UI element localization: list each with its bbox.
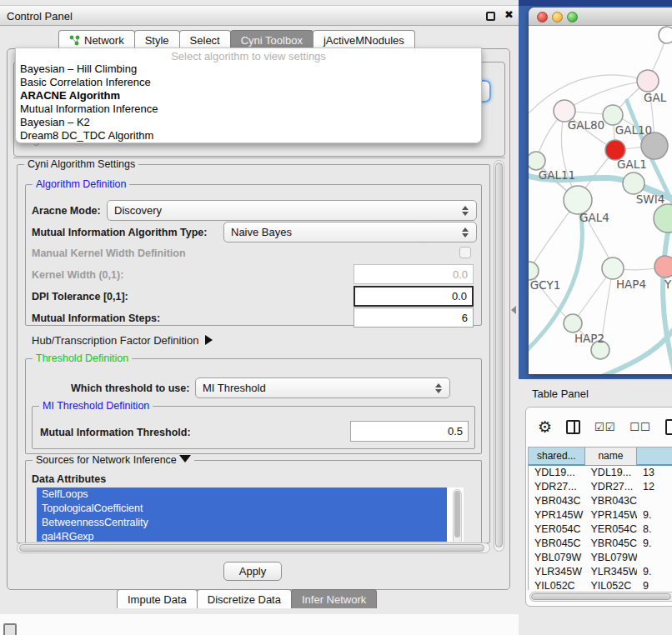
network-node-swi4[interactable] xyxy=(623,172,644,194)
dropdown-item[interactable]: Bayesian – Hill Climbing xyxy=(16,62,481,76)
table-cell: 9. xyxy=(637,565,672,579)
table-cell: YBL079W xyxy=(585,551,638,565)
tab-infer-network[interactable]: Infer Network xyxy=(291,589,377,608)
gear-icon[interactable]: ⚙ xyxy=(538,418,552,437)
network-node-gcy1[interactable] xyxy=(529,262,539,280)
table-row[interactable]: YDL19...YDL19...13 xyxy=(529,466,672,480)
table-panel-title: Table Panel xyxy=(532,388,589,400)
zoom-traffic-light-icon[interactable] xyxy=(567,12,578,22)
tab-style[interactable]: Style xyxy=(134,30,180,49)
minimize-traffic-light-icon[interactable] xyxy=(552,12,563,22)
tab-label: Infer Network xyxy=(302,591,366,608)
which-threshold-label: Which threshold to use: xyxy=(71,382,189,394)
network-node-y[interactable] xyxy=(654,256,672,278)
collapsed-arrow-icon[interactable] xyxy=(205,335,213,345)
close-panel-icon[interactable]: ✖ xyxy=(504,8,514,21)
network-node-gal10[interactable] xyxy=(603,105,623,125)
application-window: Control Panel ✖ NetworkStyleSelectCyni T… xyxy=(0,0,672,635)
network-node[interactable] xyxy=(654,204,672,232)
table-cell: YDL19... xyxy=(585,466,638,480)
float-window-icon[interactable] xyxy=(486,12,495,21)
aracne-mode-combo[interactable]: Discovery xyxy=(107,200,477,221)
node-label: SWI4 xyxy=(636,192,665,206)
table-cell: 8. xyxy=(637,522,672,537)
attribute-item[interactable]: BetweennessCentrality xyxy=(37,516,447,530)
settings-horizontal-scrollbar[interactable] xyxy=(17,542,490,553)
tab-label: Discretize Data xyxy=(208,591,281,608)
table-row[interactable]: YBR043CYBR043C xyxy=(529,494,672,508)
manual-kernel-width-checkbox[interactable] xyxy=(459,247,471,258)
node-label: GCY1 xyxy=(530,278,561,292)
page-icon[interactable] xyxy=(665,419,672,435)
network-node-hap2[interactable] xyxy=(564,314,582,332)
attribute-item[interactable]: SelfLoops xyxy=(37,488,447,502)
table-cell: YIL052C xyxy=(585,579,638,590)
tab-cyni-toolbox[interactable]: Cyni Toolbox xyxy=(230,30,313,49)
attribute-item[interactable]: gal4RGexp xyxy=(37,530,447,542)
network-node-gal11[interactable] xyxy=(529,152,545,170)
table-cell: 13 xyxy=(637,466,672,480)
table-column-header[interactable]: shared... xyxy=(529,448,585,466)
mi-threshold-field[interactable]: 0.5 xyxy=(350,421,469,442)
dropdown-item[interactable]: Dream8 DC_TDC Algorithm xyxy=(16,129,481,142)
table-cell: YBR043C xyxy=(585,494,638,508)
table-panel: ⚙ ☑☑ ☐☐ shared...name YDL19...YDL19...13… xyxy=(525,407,672,607)
table-row[interactable]: YER054CYER054C8. xyxy=(529,522,672,537)
table-row[interactable]: YIL052CYIL052C9 xyxy=(529,579,672,590)
table-row[interactable]: YBL079WYBL079W xyxy=(529,551,672,565)
table-cell xyxy=(637,551,672,565)
mi-algorithm-type-combo[interactable]: Naive Bayes xyxy=(223,222,477,242)
settings-vertical-scrollbar[interactable] xyxy=(494,160,504,552)
attributes-scrollbar[interactable] xyxy=(453,489,462,542)
network-window-titlebar[interactable] xyxy=(529,8,672,26)
data-attributes-list[interactable]: SelfLoopsTopologicalCoefficientBetweenne… xyxy=(37,488,464,542)
table-cell: YPR145W xyxy=(585,508,638,522)
mi-steps-field[interactable]: 6 xyxy=(354,308,474,328)
dropdown-item[interactable]: Mutual Information Inference xyxy=(16,102,481,116)
table-column-header[interactable] xyxy=(637,448,672,466)
kernel-width-field[interactable]: 0.0 xyxy=(354,264,474,284)
dropdown-item[interactable]: Basic Correlation Inference xyxy=(16,76,481,89)
attribute-item[interactable]: TopologicalCoefficient xyxy=(37,502,447,516)
network-node-gal[interactable] xyxy=(637,70,659,92)
checked-pair-icon[interactable]: ☑☑ xyxy=(594,421,615,433)
tab-discretize-data[interactable]: Discretize Data xyxy=(197,589,292,608)
table-horizontal-scrollbar[interactable] xyxy=(529,592,672,602)
network-node-gal4[interactable] xyxy=(564,186,592,214)
tab-jactivemnodules[interactable]: jActiveMNodules xyxy=(313,30,415,49)
table-row[interactable]: YBR045CYBR045C9. xyxy=(529,537,672,551)
tab-label: jActiveMNodules xyxy=(323,32,404,49)
tab-select[interactable]: Select xyxy=(179,30,231,49)
table-column-header[interactable]: name xyxy=(585,448,638,466)
column-layout-icon[interactable] xyxy=(566,420,580,434)
table-cell: YBL079W xyxy=(529,551,585,565)
network-node-hap4[interactable] xyxy=(602,258,624,279)
split-pane-handle[interactable] xyxy=(511,306,516,314)
tab-label: Style xyxy=(145,32,169,49)
sources-group-title: Sources for Network Inference xyxy=(33,454,194,466)
close-traffic-light-icon[interactable] xyxy=(537,12,548,22)
table-cell: YBR045C xyxy=(529,537,585,551)
dropdown-item[interactable]: ARACNE Algorithm xyxy=(16,89,481,102)
expanded-arrow-icon[interactable] xyxy=(179,455,191,462)
table-row[interactable]: YDR27...YDR27...12 xyxy=(529,480,672,494)
table-row[interactable]: YLR345WYLR345W9. xyxy=(529,565,672,579)
hub-definition-toggle[interactable]: Hub/Transcription Factor Definition xyxy=(32,334,213,347)
node-label: GAL1 xyxy=(617,158,647,171)
panel-corner-icon[interactable] xyxy=(3,623,17,635)
tab-impute-data[interactable]: Impute Data xyxy=(117,589,198,608)
network-canvas[interactable]: GALGAL80GAL10GAL1GAL11SWI4GAL4GCY1HAP4YH… xyxy=(529,26,672,374)
aracne-mode-label: Aracne Mode: xyxy=(32,205,101,217)
dpi-tolerance-field[interactable]: 0.0 xyxy=(354,286,474,307)
dropdown-item[interactable]: Bayesian – K2 xyxy=(16,116,481,129)
network-view-window[interactable]: GALGAL80GAL10GAL1GAL11SWI4GAL4GCY1HAP4YH… xyxy=(529,8,672,374)
which-threshold-combo[interactable]: MI Threshold xyxy=(195,378,450,398)
node-table[interactable]: shared...name YDL19...YDL19...13YDR27...… xyxy=(528,447,672,590)
table-row[interactable]: YPR145WYPR145W9. xyxy=(529,508,672,522)
apply-button[interactable]: Apply xyxy=(223,562,282,581)
network-icon xyxy=(69,35,80,46)
tab-network[interactable]: Network xyxy=(58,30,135,49)
unchecked-pair-icon[interactable]: ☐☐ xyxy=(629,421,650,433)
network-node[interactable] xyxy=(659,27,672,43)
table-cell: YDR27... xyxy=(585,480,638,494)
